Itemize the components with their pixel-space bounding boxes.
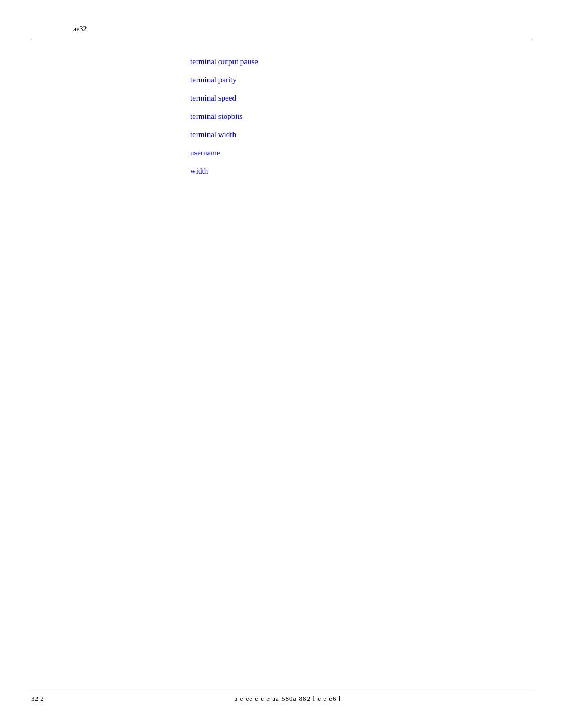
list-item-terminal-speed[interactable]: terminal speed bbox=[190, 94, 258, 103]
list-item-terminal-output-pause[interactable]: terminal output pause bbox=[190, 57, 258, 66]
list-item-terminal-width[interactable]: terminal width bbox=[190, 130, 258, 139]
bottom-divider bbox=[31, 690, 532, 690]
page-header-label: ae32 bbox=[73, 25, 87, 33]
list-item-username[interactable]: username bbox=[190, 149, 258, 157]
content-list: terminal output pauseterminal parityterm… bbox=[190, 57, 258, 176]
top-divider bbox=[31, 41, 532, 41]
footer-center: a e ee e e e aa 580a 882 l e e e6 l bbox=[234, 695, 341, 703]
footer: 32-2 a e ee e e e aa 580a 882 l e e e6 l bbox=[31, 695, 532, 703]
footer-left: 32-2 bbox=[31, 695, 44, 703]
list-item-terminal-parity[interactable]: terminal parity bbox=[190, 76, 258, 84]
list-item-width[interactable]: width bbox=[190, 167, 258, 176]
list-item-terminal-stopbits[interactable]: terminal stopbits bbox=[190, 112, 258, 121]
